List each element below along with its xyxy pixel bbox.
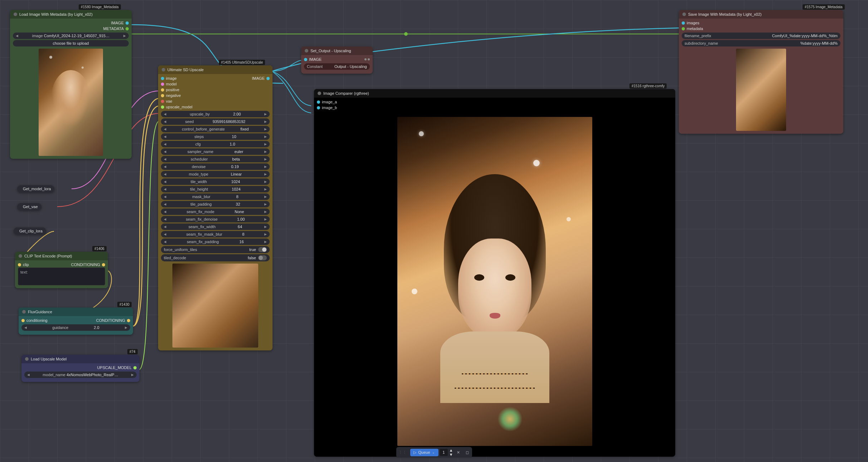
guidance-widget[interactable]: ◀guidance2.0▶ [21,324,130,331]
param-denoise[interactable]: ◀denoise0.19▶ [161,163,270,170]
toggle-force_uniform_tiles[interactable]: force_uniform_tilestrue [161,246,270,253]
node-clip-text-encode[interactable]: CLIP Text Encode (Prompt) clip CONDITION… [15,252,108,288]
node-save-image-metadata[interactable]: Save Image With Metadata (by Light_x02) … [679,10,843,134]
param-scheduler[interactable]: ◀schedulerbeta▶ [161,156,270,162]
image-preview [172,264,258,348]
image-preview [39,49,103,156]
input-port[interactable] [161,105,164,109]
step-up-icon[interactable]: ▲ [449,448,453,452]
subdirectory-widget[interactable]: subdirectory_name%date:yyyy-MM-dd% [682,40,840,46]
queue-bar: ⋮⋮ ▷ Queue ⌄ 1 ▲▼ ✕ ◻ [396,447,472,458]
constant-widget[interactable]: Constant Output - Upscaling [304,63,370,70]
toggle-tiled_decode[interactable]: tiled_decodefalse [161,254,270,261]
input-port[interactable] [161,100,164,103]
node-badge: #74 [127,349,138,354]
image-select-widget[interactable]: ◀image ComfyUI_2024-12-19_145037_915…▶ [13,33,129,39]
param-sampler_name[interactable]: ◀sampler_nameeuler▶ [161,148,270,155]
param-seam_fix_width[interactable]: ◀seam_fix_width64▶ [161,223,270,230]
node-badge: #1430 [117,302,132,307]
input-port[interactable] [161,83,164,86]
node-badge: #1575 Image_Metadata [803,4,845,10]
param-steps[interactable]: ◀steps10▶ [161,133,270,140]
batch-count-input[interactable]: 1 [440,449,448,456]
node-get-clip-lora[interactable]: Get_clip_lora [14,227,46,235]
param-seam_fix_denoise[interactable]: ◀seam_fix_denoise1.00▶ [161,216,270,222]
image-preview [736,49,786,131]
chevron-down-icon: ⌄ [432,451,435,454]
queue-button[interactable]: ▷ Queue ⌄ [410,449,438,456]
param-mode_type[interactable]: ◀mode_typeLinear▶ [161,171,270,177]
output-port[interactable] [126,27,129,30]
node-get-model-lora[interactable]: Get_model_lora [17,185,54,192]
stop-icon[interactable]: ◻ [464,449,471,456]
param-tile_width[interactable]: ◀tile_width1024▶ [161,178,270,185]
node-title: Load Image With Metadata (by Light_x02) [19,12,93,16]
param-seam_fix_mask_blur[interactable]: ◀seam_fix_mask_blur8▶ [161,231,270,237]
param-tile_height[interactable]: ◀tile_height1024▶ [161,186,270,192]
cancel-icon[interactable]: ✕ [455,449,462,456]
param-seam_fix_mode[interactable]: ◀seam_fix_modeNone▶ [161,208,270,215]
run-icon: ▷ [413,450,416,455]
param-seam_fix_padding[interactable]: ◀seam_fix_padding16▶ [161,239,270,245]
input-port[interactable] [161,94,164,97]
node-image-comparer[interactable]: Image Comparer (rgthree) image_a image_b [314,89,675,457]
step-down-icon[interactable]: ▼ [449,452,453,457]
filename-prefix-widget[interactable]: filename_prefixComfyUI_%date:yyyy-MM-dd%… [682,33,840,39]
node-badge: #1406 [92,246,107,251]
param-control_before_generate[interactable]: ◀control_before_generatefixed▶ [161,126,270,132]
param-mask_blur[interactable]: ◀mask_blur8▶ [161,193,270,200]
node-load-upscale-model[interactable]: Load Upscale Model UPSCALE_MODEL ◀model_… [21,355,139,382]
input-port[interactable] [161,88,164,92]
comparer-preview [317,110,672,452]
node-badge: #1405 UltimateSDUpscale [219,60,265,65]
model-name-widget[interactable]: ◀model_name 4xNomosWebPhoto_RealP…▶ [24,372,137,378]
param-tile_padding[interactable]: ◀tile_padding32▶ [161,201,270,207]
param-cfg[interactable]: ◀cfg1.0▶ [161,141,270,147]
node-load-image-metadata[interactable]: Load Image With Metadata (by Light_x02) … [10,10,132,159]
param-seed[interactable]: ◀seed935991686853192▶ [161,118,270,125]
param-upscale_by[interactable]: ◀upscale_by2.00▶ [161,111,270,117]
node-flux-guidance[interactable]: FluxGuidance conditioning CONDITIONING ◀… [19,308,133,335]
drag-handle-icon[interactable]: ⋮⋮ [397,450,408,455]
node-badge: #1580 Image_Metadata [79,4,121,10]
output-port[interactable] [126,21,129,25]
node-badge: #1516 rgthree-comfy [629,83,667,89]
input-port[interactable] [161,77,164,80]
prompt-input[interactable]: text: [18,267,105,285]
node-ultimate-sd-upscale[interactable]: Ultimate SD Upscale imagemodelpositivene… [158,65,273,350]
node-set-output[interactable]: Set_Output - Upscaling IMAGE Constant Ou… [301,46,373,74]
choose-file-button[interactable]: choose file to upload [13,40,129,46]
node-get-vae[interactable]: Get_vae [17,203,41,210]
